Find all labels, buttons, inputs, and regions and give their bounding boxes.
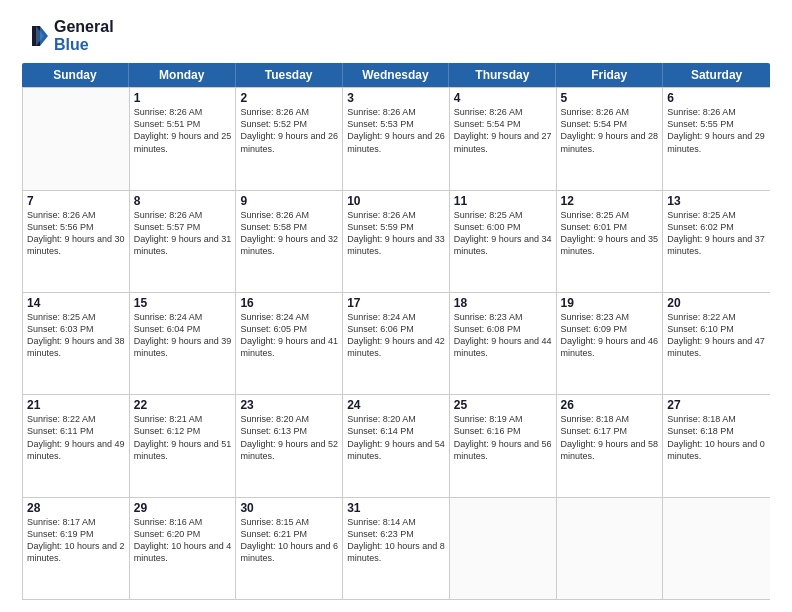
calendar-body: 1Sunrise: 8:26 AM Sunset: 5:51 PM Daylig… <box>22 87 770 600</box>
day-info: Sunrise: 8:17 AM Sunset: 6:19 PM Dayligh… <box>27 516 125 565</box>
day-info: Sunrise: 8:26 AM Sunset: 5:54 PM Dayligh… <box>561 106 659 155</box>
calendar-row-2: 14Sunrise: 8:25 AM Sunset: 6:03 PM Dayli… <box>23 292 770 394</box>
logo: General Blue <box>22 18 114 53</box>
day-number: 25 <box>454 398 552 412</box>
day-info: Sunrise: 8:20 AM Sunset: 6:13 PM Dayligh… <box>240 413 338 462</box>
calendar-cell: 17Sunrise: 8:24 AM Sunset: 6:06 PM Dayli… <box>343 293 450 394</box>
day-info: Sunrise: 8:20 AM Sunset: 6:14 PM Dayligh… <box>347 413 445 462</box>
calendar: SundayMondayTuesdayWednesdayThursdayFrid… <box>22 63 770 600</box>
day-info: Sunrise: 8:26 AM Sunset: 5:57 PM Dayligh… <box>134 209 232 258</box>
day-info: Sunrise: 8:22 AM Sunset: 6:11 PM Dayligh… <box>27 413 125 462</box>
day-number: 21 <box>27 398 125 412</box>
day-number: 24 <box>347 398 445 412</box>
day-number: 17 <box>347 296 445 310</box>
calendar-cell: 15Sunrise: 8:24 AM Sunset: 6:04 PM Dayli… <box>130 293 237 394</box>
calendar-cell: 10Sunrise: 8:26 AM Sunset: 5:59 PM Dayli… <box>343 191 450 292</box>
day-info: Sunrise: 8:26 AM Sunset: 5:53 PM Dayligh… <box>347 106 445 155</box>
day-info: Sunrise: 8:26 AM Sunset: 5:52 PM Dayligh… <box>240 106 338 155</box>
day-info: Sunrise: 8:25 AM Sunset: 6:03 PM Dayligh… <box>27 311 125 360</box>
calendar-cell: 1Sunrise: 8:26 AM Sunset: 5:51 PM Daylig… <box>130 88 237 189</box>
day-number: 4 <box>454 91 552 105</box>
day-number: 3 <box>347 91 445 105</box>
day-info: Sunrise: 8:22 AM Sunset: 6:10 PM Dayligh… <box>667 311 766 360</box>
calendar-cell: 11Sunrise: 8:25 AM Sunset: 6:00 PM Dayli… <box>450 191 557 292</box>
day-info: Sunrise: 8:25 AM Sunset: 6:00 PM Dayligh… <box>454 209 552 258</box>
calendar-cell <box>23 88 130 189</box>
calendar-cell <box>663 498 770 599</box>
day-number: 13 <box>667 194 766 208</box>
day-number: 20 <box>667 296 766 310</box>
calendar-cell: 5Sunrise: 8:26 AM Sunset: 5:54 PM Daylig… <box>557 88 664 189</box>
calendar-cell: 4Sunrise: 8:26 AM Sunset: 5:54 PM Daylig… <box>450 88 557 189</box>
day-number: 8 <box>134 194 232 208</box>
day-info: Sunrise: 8:24 AM Sunset: 6:05 PM Dayligh… <box>240 311 338 360</box>
day-number: 1 <box>134 91 232 105</box>
day-info: Sunrise: 8:14 AM Sunset: 6:23 PM Dayligh… <box>347 516 445 565</box>
calendar-cell: 13Sunrise: 8:25 AM Sunset: 6:02 PM Dayli… <box>663 191 770 292</box>
day-info: Sunrise: 8:26 AM Sunset: 5:55 PM Dayligh… <box>667 106 766 155</box>
day-info: Sunrise: 8:23 AM Sunset: 6:09 PM Dayligh… <box>561 311 659 360</box>
calendar-cell: 9Sunrise: 8:26 AM Sunset: 5:58 PM Daylig… <box>236 191 343 292</box>
logo-text: General Blue <box>54 18 114 53</box>
day-info: Sunrise: 8:19 AM Sunset: 6:16 PM Dayligh… <box>454 413 552 462</box>
day-number: 16 <box>240 296 338 310</box>
calendar-cell: 14Sunrise: 8:25 AM Sunset: 6:03 PM Dayli… <box>23 293 130 394</box>
calendar-cell: 28Sunrise: 8:17 AM Sunset: 6:19 PM Dayli… <box>23 498 130 599</box>
calendar-cell: 27Sunrise: 8:18 AM Sunset: 6:18 PM Dayli… <box>663 395 770 496</box>
weekday-header-sunday: Sunday <box>22 63 129 87</box>
day-number: 9 <box>240 194 338 208</box>
calendar-row-1: 7Sunrise: 8:26 AM Sunset: 5:56 PM Daylig… <box>23 190 770 292</box>
calendar-cell: 2Sunrise: 8:26 AM Sunset: 5:52 PM Daylig… <box>236 88 343 189</box>
day-info: Sunrise: 8:26 AM Sunset: 5:54 PM Dayligh… <box>454 106 552 155</box>
day-number: 6 <box>667 91 766 105</box>
weekday-header-friday: Friday <box>556 63 663 87</box>
calendar-cell: 12Sunrise: 8:25 AM Sunset: 6:01 PM Dayli… <box>557 191 664 292</box>
day-number: 5 <box>561 91 659 105</box>
day-info: Sunrise: 8:26 AM Sunset: 5:56 PM Dayligh… <box>27 209 125 258</box>
weekday-header-saturday: Saturday <box>663 63 770 87</box>
calendar-cell: 22Sunrise: 8:21 AM Sunset: 6:12 PM Dayli… <box>130 395 237 496</box>
day-info: Sunrise: 8:26 AM Sunset: 5:51 PM Dayligh… <box>134 106 232 155</box>
calendar-row-3: 21Sunrise: 8:22 AM Sunset: 6:11 PM Dayli… <box>23 394 770 496</box>
day-number: 14 <box>27 296 125 310</box>
calendar-cell: 26Sunrise: 8:18 AM Sunset: 6:17 PM Dayli… <box>557 395 664 496</box>
calendar-header: SundayMondayTuesdayWednesdayThursdayFrid… <box>22 63 770 87</box>
day-number: 23 <box>240 398 338 412</box>
calendar-cell: 29Sunrise: 8:16 AM Sunset: 6:20 PM Dayli… <box>130 498 237 599</box>
day-number: 27 <box>667 398 766 412</box>
header: General Blue <box>22 18 770 53</box>
calendar-cell: 23Sunrise: 8:20 AM Sunset: 6:13 PM Dayli… <box>236 395 343 496</box>
day-info: Sunrise: 8:25 AM Sunset: 6:01 PM Dayligh… <box>561 209 659 258</box>
day-info: Sunrise: 8:24 AM Sunset: 6:06 PM Dayligh… <box>347 311 445 360</box>
day-number: 10 <box>347 194 445 208</box>
day-info: Sunrise: 8:15 AM Sunset: 6:21 PM Dayligh… <box>240 516 338 565</box>
calendar-row-0: 1Sunrise: 8:26 AM Sunset: 5:51 PM Daylig… <box>23 87 770 189</box>
calendar-cell <box>557 498 664 599</box>
day-number: 29 <box>134 501 232 515</box>
calendar-cell: 20Sunrise: 8:22 AM Sunset: 6:10 PM Dayli… <box>663 293 770 394</box>
calendar-cell: 30Sunrise: 8:15 AM Sunset: 6:21 PM Dayli… <box>236 498 343 599</box>
day-info: Sunrise: 8:26 AM Sunset: 5:59 PM Dayligh… <box>347 209 445 258</box>
day-number: 7 <box>27 194 125 208</box>
day-number: 18 <box>454 296 552 310</box>
day-number: 30 <box>240 501 338 515</box>
day-number: 28 <box>27 501 125 515</box>
weekday-header-wednesday: Wednesday <box>343 63 450 87</box>
calendar-cell: 18Sunrise: 8:23 AM Sunset: 6:08 PM Dayli… <box>450 293 557 394</box>
weekday-header-thursday: Thursday <box>449 63 556 87</box>
day-info: Sunrise: 8:25 AM Sunset: 6:02 PM Dayligh… <box>667 209 766 258</box>
day-number: 11 <box>454 194 552 208</box>
day-info: Sunrise: 8:21 AM Sunset: 6:12 PM Dayligh… <box>134 413 232 462</box>
calendar-cell: 8Sunrise: 8:26 AM Sunset: 5:57 PM Daylig… <box>130 191 237 292</box>
day-number: 12 <box>561 194 659 208</box>
day-info: Sunrise: 8:18 AM Sunset: 6:17 PM Dayligh… <box>561 413 659 462</box>
weekday-header-monday: Monday <box>129 63 236 87</box>
logo-icon <box>22 22 50 50</box>
calendar-cell: 25Sunrise: 8:19 AM Sunset: 6:16 PM Dayli… <box>450 395 557 496</box>
calendar-cell: 7Sunrise: 8:26 AM Sunset: 5:56 PM Daylig… <box>23 191 130 292</box>
calendar-cell: 3Sunrise: 8:26 AM Sunset: 5:53 PM Daylig… <box>343 88 450 189</box>
day-info: Sunrise: 8:16 AM Sunset: 6:20 PM Dayligh… <box>134 516 232 565</box>
calendar-cell: 24Sunrise: 8:20 AM Sunset: 6:14 PM Dayli… <box>343 395 450 496</box>
calendar-cell: 16Sunrise: 8:24 AM Sunset: 6:05 PM Dayli… <box>236 293 343 394</box>
day-number: 26 <box>561 398 659 412</box>
